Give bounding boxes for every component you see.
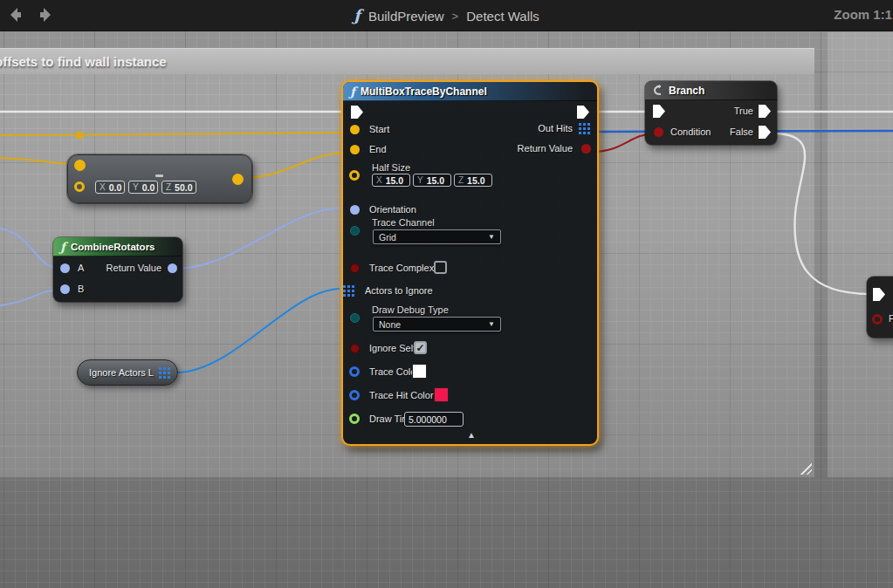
chevron-down-icon: ▼ [488,320,495,328]
actors-to-ignore-pin[interactable] [343,285,354,297]
node-title: CombineRotators [71,242,155,252]
function-icon: ƒ [354,8,361,24]
trace-complex-label: Trace Complex [369,263,434,273]
false-label: False [730,126,753,137]
rotator-a-label: A [78,263,84,273]
partial-exec-in-pin[interactable] [873,288,885,301]
ignore-self-checkbox[interactable]: ✓ [414,341,427,354]
zoom-level-label: Zoom 1:1 [834,7,892,22]
condition-pin[interactable] [654,127,663,137]
ignore-self-pin[interactable] [350,344,360,353]
array-pin-icon[interactable] [159,367,170,379]
end-label: End [369,144,387,154]
branch-node[interactable]: Branch True Condition False [645,81,777,145]
vector-x-field[interactable]: X0.0 [95,181,125,194]
trace-channel-label: Trace Channel [372,217,435,228]
actors-to-ignore-label: Actors to Ignore [365,285,433,296]
function-icon: ƒ [60,241,65,253]
draw-debug-type-pin[interactable] [350,313,360,323]
orientation-label: Orientation [369,204,416,215]
true-label: True [734,106,753,116]
breadcrumb-current[interactable]: Detect Walls [466,9,539,24]
draw-debug-type-label: Draw Debug Type [372,304,449,315]
half-size-label: Half Size [372,162,410,173]
false-exec-pin[interactable] [759,126,771,139]
half-size-y-field[interactable]: Y15.0 [413,174,451,187]
ignore-actors-variable-node[interactable]: Ignore Actors L [77,359,178,386]
add-operator-icon [155,174,163,177]
graph-breadcrumb-bar: ƒ BuildPreview > Detect Walls Zoom 1:1 [0,0,893,31]
rotator-a-pin[interactable] [60,263,70,273]
vector-input-pin-b[interactable] [74,181,85,192]
end-pin[interactable] [350,145,360,154]
half-size-x-field[interactable]: X15.0 [372,174,410,187]
out-hits-label: Out Hits [538,123,573,133]
condition-label: Condition [670,126,711,137]
function-icon: ƒ [350,85,355,98]
variable-label: Ignore Actors L [89,367,154,378]
trace-channel-pin[interactable] [350,226,360,236]
ignore-self-label: Ignore Self [369,343,416,353]
trace-complex-checkbox[interactable] [434,261,447,274]
combine-rotators-node[interactable]: ƒ CombineRotators A Return Value B [53,237,182,302]
trace-hit-color-label: Trace Hit Color [369,390,434,400]
trace-hit-color-pin[interactable] [349,390,360,400]
breadcrumb-separator: > [452,10,459,23]
blueprint-graph-canvas[interactable]: offsets to find wall instance X0.0 Y0.0 [0,0,893,588]
reroute-node[interactable] [76,132,84,140]
trace-hit-color-swatch[interactable] [434,387,449,402]
draw-time-pin[interactable] [349,414,360,424]
trace-color-pin[interactable] [349,366,360,377]
rotator-return-pin[interactable] [168,263,177,273]
trace-complex-pin[interactable] [350,263,360,273]
partial-pin-label: F [889,313,893,324]
draw-time-field[interactable]: 5.000000 [404,412,464,427]
trace-color-swatch[interactable] [412,364,427,379]
true-exec-pin[interactable] [759,105,771,118]
wire-start[interactable] [0,133,347,135]
rotator-b-pin[interactable] [60,284,70,294]
wire-rotator-b[interactable] [0,290,61,305]
vector-input-pin-a[interactable] [74,160,86,171]
wire-actors-array[interactable] [176,289,340,373]
branch-icon [652,85,663,96]
out-hits-pin[interactable] [579,123,590,134]
vector-y-field[interactable]: Y0.0 [128,181,158,194]
chevron-down-icon: ▼ [488,233,495,241]
orientation-pin[interactable] [350,205,360,215]
exec-in-pin[interactable] [351,106,363,119]
return-value-pin[interactable] [581,144,591,154]
partial-node-right[interactable]: F [867,277,893,338]
breadcrumb-root[interactable]: BuildPreview [368,9,444,24]
trace-channel-dropdown[interactable]: Grid ▼ [373,229,501,244]
return-value-label: Return Value [106,263,161,273]
half-size-pin[interactable] [349,170,360,181]
vector-output-pin[interactable] [232,174,244,185]
node-title: MultiBoxTraceByChannel [361,85,487,98]
draw-debug-type-dropdown[interactable]: None ▼ [373,317,501,332]
exec-out-pin[interactable] [577,106,589,119]
multibox-trace-node[interactable]: ƒ MultiBoxTraceByChannel Start Out Hits … [341,80,599,446]
partial-bool-pin[interactable] [872,314,883,325]
breadcrumb: ƒ BuildPreview > Detect Walls [0,0,893,31]
wire-branch-false[interactable] [773,133,870,294]
start-pin[interactable] [350,125,360,134]
vector-z-field[interactable]: Z50.0 [161,181,196,194]
wire-rotator-to-orientation[interactable] [175,208,345,269]
half-size-z-field[interactable]: Z15.0 [454,174,492,187]
return-value-label: Return Value [518,143,573,154]
branch-exec-in-pin[interactable] [653,105,665,118]
vector-add-node[interactable]: X0.0 Y0.0 Z50.0 [67,154,252,203]
rotator-b-label: B [78,284,84,294]
node-title: Branch [669,85,704,97]
start-label: Start [369,124,389,134]
collapse-node-button[interactable]: ▲ [467,431,476,440]
wire-rotator-a[interactable] [0,229,61,269]
wire-vector-to-end[interactable] [241,153,346,178]
